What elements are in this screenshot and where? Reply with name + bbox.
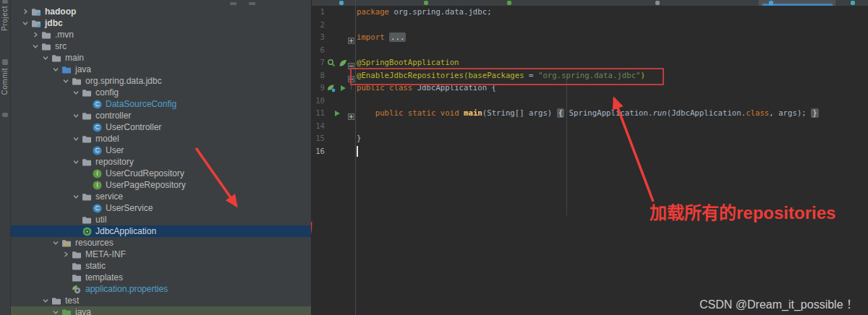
code-line-11[interactable]: public static void main(String[] args) {… xyxy=(357,107,819,120)
package-icon xyxy=(81,191,93,202)
test-folder-icon xyxy=(61,306,72,315)
code-token: (JdbcApplication. xyxy=(667,108,746,118)
tree-row-userpagerepository[interactable]: IUserPageRepository xyxy=(10,179,311,191)
tree-item-label: src xyxy=(55,41,67,51)
code-token: SpringApplication. xyxy=(564,108,652,118)
fold-plus-icon[interactable] xyxy=(348,34,354,40)
tree-row-service[interactable]: service xyxy=(10,191,311,202)
code-line-1[interactable]: package org.spring.data.jdbc; xyxy=(357,6,492,19)
chevron-down-icon[interactable] xyxy=(71,191,81,202)
tree-row-java[interactable]: java xyxy=(10,64,311,75)
tree-row-controller[interactable]: controller xyxy=(10,110,311,121)
line-number: 8 xyxy=(312,69,325,82)
code-token: class xyxy=(746,108,769,118)
chevron-right-icon[interactable] xyxy=(61,249,71,260)
tree-row-org-spring-data-jdbc[interactable]: org.spring.data.jdbc xyxy=(10,75,311,87)
run-icon[interactable] xyxy=(338,83,347,92)
spring-bean-icon[interactable] xyxy=(326,83,336,92)
class-icon: C xyxy=(91,144,103,156)
package-icon xyxy=(81,87,93,98)
class-icon: C xyxy=(91,202,103,214)
chevron-icon[interactable] xyxy=(851,1,855,5)
chevron-down-icon[interactable] xyxy=(71,156,81,168)
chevron-right-icon[interactable] xyxy=(20,6,30,17)
project-tool-button[interactable]: Project xyxy=(1,6,9,31)
file-icon[interactable] xyxy=(339,1,344,5)
fold-plus-icon[interactable] xyxy=(348,110,354,116)
editor-tab-bar xyxy=(312,0,868,6)
code-token: public static void xyxy=(375,108,459,118)
tree-item-label: java xyxy=(75,307,91,315)
tree-row-user[interactable]: CUser xyxy=(10,144,311,156)
code-line-3[interactable]: import ... xyxy=(357,31,406,44)
tree-row-main[interactable]: main xyxy=(10,52,311,64)
tree-row-config[interactable]: config xyxy=(10,87,311,98)
gear-icon[interactable] xyxy=(230,2,237,5)
chevron-down-icon[interactable] xyxy=(71,110,81,121)
tree-item-label: test xyxy=(65,295,79,306)
chevron-spacer xyxy=(81,202,91,214)
tree-row-usercrudrepository[interactable]: IUserCrudRepository xyxy=(10,168,311,179)
tree-item-label: hadoop xyxy=(45,7,76,17)
class-icon[interactable] xyxy=(424,1,428,5)
chevron-down-icon[interactable] xyxy=(61,75,71,87)
tree-row-meta-inf[interactable]: META-INF xyxy=(10,249,311,260)
package-icon xyxy=(81,214,93,225)
interface-icon: I xyxy=(91,179,103,191)
tree-row-templates[interactable]: templates xyxy=(10,272,311,283)
tree-row-application-properties[interactable]: application.properties xyxy=(10,283,311,295)
chevron-down-icon[interactable] xyxy=(71,87,81,98)
chevron-spacer xyxy=(71,225,81,237)
code-token: , args); xyxy=(769,108,811,118)
chevron-down-icon[interactable] xyxy=(51,306,61,315)
boot-leaf-icon[interactable] xyxy=(338,58,347,67)
tree-row-model[interactable]: model xyxy=(10,133,311,144)
chevron-down-icon[interactable] xyxy=(71,133,81,144)
tree-row-jdbc[interactable]: jdbc xyxy=(10,17,311,29)
tree-row-static[interactable]: static xyxy=(10,260,311,272)
chevron-spacer xyxy=(61,272,71,283)
tree-row-usercontroller[interactable]: CUserController xyxy=(10,121,311,133)
tree-row-src[interactable]: src xyxy=(10,40,311,52)
code-line-7[interactable]: @SpringBootApplication xyxy=(357,56,459,69)
folder-icon xyxy=(71,260,82,272)
bookmark-icon[interactable] xyxy=(2,113,8,117)
commit-tool-icon[interactable] xyxy=(2,59,8,65)
chevron-down-icon[interactable] xyxy=(30,40,41,52)
tree-row-java[interactable]: java xyxy=(10,306,311,315)
tree-row-datasourceconfig[interactable]: CDataSourceConfig xyxy=(10,98,311,110)
chevron-down-icon[interactable] xyxy=(20,17,30,29)
chevron-down-icon[interactable] xyxy=(41,52,51,64)
commit-tool-button[interactable]: Commit xyxy=(1,68,9,95)
line-number: 7 xyxy=(312,56,325,69)
fold-minus-icon[interactable] xyxy=(348,59,354,66)
folder-icon xyxy=(51,52,62,64)
class-icon[interactable] xyxy=(507,1,511,5)
tree-row-resources[interactable]: resources xyxy=(10,237,311,249)
chevron-down-icon[interactable] xyxy=(51,64,61,75)
code-token: ... xyxy=(389,33,406,42)
boot-class-icon[interactable] xyxy=(769,1,773,5)
chevron-down-icon[interactable] xyxy=(51,237,61,249)
chevron-down-icon[interactable] xyxy=(41,295,51,306)
code-token: } xyxy=(811,108,818,118)
tree-row-repository[interactable]: repository xyxy=(10,156,311,168)
tree-row--mvn[interactable]: .mvn xyxy=(10,29,311,40)
chevron-right-icon[interactable] xyxy=(30,29,41,40)
tree-row-jdbcapplication[interactable]: JdbcApplication xyxy=(10,225,311,237)
boot-search-icon[interactable] xyxy=(326,58,336,67)
project-tool-icon[interactable] xyxy=(2,0,8,4)
code-editor[interactable]: 12367891011141516 package org.spring.dat… xyxy=(311,0,868,315)
class-icon: C xyxy=(91,121,103,133)
hide-panel-icon[interactable] xyxy=(249,2,255,5)
tree-row-test[interactable]: test xyxy=(10,295,311,306)
tree-row-hadoop[interactable]: hadoop xyxy=(10,6,311,17)
run-icon[interactable] xyxy=(332,108,341,118)
tree-row-userservice[interactable]: CUserService xyxy=(10,202,311,214)
code-line-15[interactable]: } xyxy=(357,132,361,145)
tree-item-label: main xyxy=(65,53,84,63)
class-icon[interactable] xyxy=(655,1,660,5)
tree-row-util[interactable]: util xyxy=(10,214,311,225)
tree-item-label: templates xyxy=(85,272,123,282)
chevron-spacer xyxy=(61,260,71,272)
